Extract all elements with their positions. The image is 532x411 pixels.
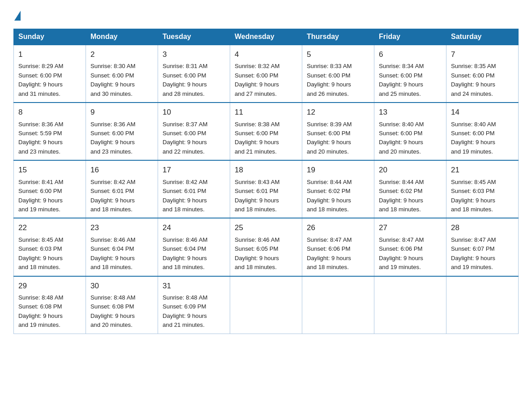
weekday-header-monday: Monday: [86, 29, 158, 45]
day-number: 18: [235, 164, 297, 176]
day-info: Sunrise: 8:36 AM Sunset: 6:00 PM Dayligh…: [90, 120, 153, 157]
calendar-cell: 26Sunrise: 8:47 AM Sunset: 6:06 PM Dayli…: [302, 218, 374, 276]
day-number: 31: [163, 280, 225, 292]
calendar-table: SundayMondayTuesdayWednesdayThursdayFrid…: [13, 29, 519, 334]
calendar-cell: 20Sunrise: 8:44 AM Sunset: 6:02 PM Dayli…: [374, 160, 446, 218]
calendar-cell: 25Sunrise: 8:46 AM Sunset: 6:05 PM Dayli…: [230, 218, 302, 276]
day-info: Sunrise: 8:30 AM Sunset: 6:00 PM Dayligh…: [90, 62, 153, 98]
day-info: Sunrise: 8:45 AM Sunset: 6:03 PM Dayligh…: [18, 235, 81, 272]
day-number: 8: [18, 107, 81, 118]
weekday-header-saturday: Saturday: [446, 29, 519, 45]
day-number: 20: [379, 164, 442, 176]
day-number: 6: [379, 49, 442, 60]
day-info: Sunrise: 8:44 AM Sunset: 6:02 PM Dayligh…: [307, 178, 369, 214]
calendar-cell: 6Sunrise: 8:34 AM Sunset: 6:00 PM Daylig…: [374, 45, 446, 103]
calendar-cell: 27Sunrise: 8:47 AM Sunset: 6:06 PM Dayli…: [374, 218, 446, 276]
week-row-4: 22Sunrise: 8:45 AM Sunset: 6:03 PM Dayli…: [14, 218, 519, 276]
calendar-cell: 8Sunrise: 8:36 AM Sunset: 5:59 PM Daylig…: [14, 103, 86, 160]
week-row-2: 8Sunrise: 8:36 AM Sunset: 5:59 PM Daylig…: [14, 103, 519, 160]
calendar-cell: 23Sunrise: 8:46 AM Sunset: 6:04 PM Dayli…: [86, 218, 158, 276]
day-number: 12: [307, 107, 369, 118]
calendar-cell: 1Sunrise: 8:29 AM Sunset: 6:00 PM Daylig…: [14, 45, 86, 103]
day-info: Sunrise: 8:45 AM Sunset: 6:03 PM Dayligh…: [451, 178, 514, 214]
day-number: 28: [451, 222, 514, 234]
calendar-cell: 11Sunrise: 8:38 AM Sunset: 6:00 PM Dayli…: [230, 103, 302, 160]
day-number: 11: [235, 107, 297, 118]
calendar-cell: 31Sunrise: 8:48 AM Sunset: 6:09 PM Dayli…: [158, 276, 230, 334]
weekday-header-thursday: Thursday: [302, 29, 374, 45]
day-info: Sunrise: 8:44 AM Sunset: 6:02 PM Dayligh…: [379, 178, 442, 214]
day-info: Sunrise: 8:29 AM Sunset: 6:00 PM Dayligh…: [18, 62, 81, 98]
calendar-cell: [374, 276, 446, 334]
calendar-cell: [230, 276, 302, 334]
day-number: 29: [18, 280, 81, 292]
calendar-cell: 2Sunrise: 8:30 AM Sunset: 6:00 PM Daylig…: [86, 45, 158, 103]
calendar-cell: 14Sunrise: 8:40 AM Sunset: 6:00 PM Dayli…: [446, 103, 519, 160]
day-number: 23: [90, 222, 153, 234]
weekday-header-wednesday: Wednesday: [230, 29, 302, 45]
calendar-cell: 4Sunrise: 8:32 AM Sunset: 6:00 PM Daylig…: [230, 45, 302, 103]
day-info: Sunrise: 8:40 AM Sunset: 6:00 PM Dayligh…: [379, 120, 442, 157]
calendar-cell: 12Sunrise: 8:39 AM Sunset: 6:00 PM Dayli…: [302, 103, 374, 160]
calendar-cell: [446, 276, 519, 334]
day-info: Sunrise: 8:43 AM Sunset: 6:01 PM Dayligh…: [235, 178, 297, 214]
day-info: Sunrise: 8:42 AM Sunset: 6:01 PM Dayligh…: [163, 178, 225, 214]
logo: [13, 9, 21, 21]
day-info: Sunrise: 8:34 AM Sunset: 6:00 PM Dayligh…: [379, 62, 442, 98]
day-number: 16: [90, 164, 153, 176]
day-info: Sunrise: 8:38 AM Sunset: 6:00 PM Dayligh…: [235, 120, 297, 157]
day-number: 3: [163, 49, 225, 60]
day-number: 4: [235, 49, 297, 60]
calendar-cell: 30Sunrise: 8:48 AM Sunset: 6:08 PM Dayli…: [86, 276, 158, 334]
calendar-cell: 29Sunrise: 8:48 AM Sunset: 6:08 PM Dayli…: [14, 276, 86, 334]
day-info: Sunrise: 8:46 AM Sunset: 6:04 PM Dayligh…: [90, 235, 153, 272]
day-info: Sunrise: 8:36 AM Sunset: 5:59 PM Dayligh…: [18, 120, 81, 157]
day-number: 1: [18, 49, 81, 60]
day-number: 7: [451, 49, 514, 60]
calendar-cell: 5Sunrise: 8:33 AM Sunset: 6:00 PM Daylig…: [302, 45, 374, 103]
day-info: Sunrise: 8:48 AM Sunset: 6:08 PM Dayligh…: [90, 293, 153, 330]
day-number: 10: [163, 107, 225, 118]
calendar-cell: 3Sunrise: 8:31 AM Sunset: 6:00 PM Daylig…: [158, 45, 230, 103]
day-number: 13: [379, 107, 442, 118]
day-number: 2: [90, 49, 153, 60]
day-info: Sunrise: 8:40 AM Sunset: 6:00 PM Dayligh…: [451, 120, 514, 157]
day-info: Sunrise: 8:37 AM Sunset: 6:00 PM Dayligh…: [163, 120, 225, 157]
day-number: 24: [163, 222, 225, 234]
day-info: Sunrise: 8:33 AM Sunset: 6:00 PM Dayligh…: [307, 62, 369, 98]
day-info: Sunrise: 8:39 AM Sunset: 6:00 PM Dayligh…: [307, 120, 369, 157]
day-number: 25: [235, 222, 297, 234]
day-number: 5: [307, 49, 369, 60]
calendar-cell: 22Sunrise: 8:45 AM Sunset: 6:03 PM Dayli…: [14, 218, 86, 276]
calendar-cell: 18Sunrise: 8:43 AM Sunset: 6:01 PM Dayli…: [230, 160, 302, 218]
calendar-cell: [302, 276, 374, 334]
weekday-header-sunday: Sunday: [14, 29, 86, 45]
calendar-cell: 13Sunrise: 8:40 AM Sunset: 6:00 PM Dayli…: [374, 103, 446, 160]
weekday-header-friday: Friday: [374, 29, 446, 45]
day-number: 22: [18, 222, 81, 234]
logo-triangle-icon: [14, 11, 21, 21]
page-header: [13, 9, 519, 21]
calendar-cell: 24Sunrise: 8:46 AM Sunset: 6:04 PM Dayli…: [158, 218, 230, 276]
weekday-header-row: SundayMondayTuesdayWednesdayThursdayFrid…: [14, 29, 519, 45]
day-info: Sunrise: 8:48 AM Sunset: 6:08 PM Dayligh…: [18, 293, 81, 330]
day-number: 9: [90, 107, 153, 118]
day-info: Sunrise: 8:31 AM Sunset: 6:00 PM Dayligh…: [163, 62, 225, 98]
week-row-5: 29Sunrise: 8:48 AM Sunset: 6:08 PM Dayli…: [14, 276, 519, 334]
calendar-cell: 16Sunrise: 8:42 AM Sunset: 6:01 PM Dayli…: [86, 160, 158, 218]
day-info: Sunrise: 8:48 AM Sunset: 6:09 PM Dayligh…: [163, 293, 225, 330]
calendar-cell: 21Sunrise: 8:45 AM Sunset: 6:03 PM Dayli…: [446, 160, 519, 218]
weekday-header-tuesday: Tuesday: [158, 29, 230, 45]
day-number: 19: [307, 164, 369, 176]
day-number: 14: [451, 107, 514, 118]
day-info: Sunrise: 8:32 AM Sunset: 6:00 PM Dayligh…: [235, 62, 297, 98]
calendar-cell: 7Sunrise: 8:35 AM Sunset: 6:00 PM Daylig…: [446, 45, 519, 103]
day-number: 15: [18, 164, 81, 176]
day-info: Sunrise: 8:46 AM Sunset: 6:05 PM Dayligh…: [235, 235, 297, 272]
calendar-cell: 10Sunrise: 8:37 AM Sunset: 6:00 PM Dayli…: [158, 103, 230, 160]
calendar-cell: 9Sunrise: 8:36 AM Sunset: 6:00 PM Daylig…: [86, 103, 158, 160]
day-info: Sunrise: 8:46 AM Sunset: 6:04 PM Dayligh…: [163, 235, 225, 272]
calendar-cell: 17Sunrise: 8:42 AM Sunset: 6:01 PM Dayli…: [158, 160, 230, 218]
day-info: Sunrise: 8:47 AM Sunset: 6:06 PM Dayligh…: [307, 235, 369, 272]
calendar-cell: 15Sunrise: 8:41 AM Sunset: 6:00 PM Dayli…: [14, 160, 86, 218]
